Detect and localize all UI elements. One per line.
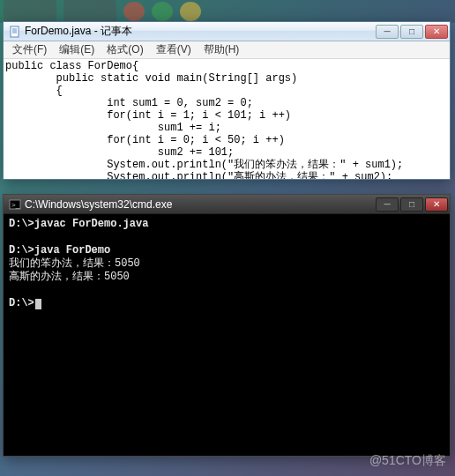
cmd-line: D:\>javac ForDemo.java <box>9 218 148 230</box>
cmd-cursor <box>35 299 41 309</box>
maximize-button[interactable]: □ <box>400 25 423 39</box>
taskbar-circle-icon[interactable] <box>180 2 201 21</box>
cmd-titlebar[interactable]: >_ C:\Windows\system32\cmd.exe ─ □ ✕ <box>4 195 450 214</box>
cmd-prompt: D:\> <box>9 297 34 309</box>
menu-format[interactable]: 格式(O) <box>101 41 148 59</box>
cmd-title: C:\Windows\system32\cmd.exe <box>25 198 376 211</box>
menu-edit[interactable]: 编辑(E) <box>54 41 100 59</box>
menu-view[interactable]: 查看(V) <box>151 41 197 59</box>
cmd-line: 我们的笨办法，结果：5050 <box>9 257 140 270</box>
notepad-icon <box>9 26 21 38</box>
taskbar-item[interactable] <box>4 0 56 23</box>
window-controls: ─ □ ✕ <box>376 197 448 212</box>
taskbar-circle-icon[interactable] <box>123 2 145 21</box>
minimize-button[interactable]: ─ <box>376 197 399 212</box>
menu-help[interactable]: 帮助(H) <box>198 41 245 59</box>
minimize-button[interactable]: ─ <box>376 25 399 39</box>
desktop-taskbar <box>0 0 455 23</box>
notepad-title: ForDemo.java - 记事本 <box>25 24 376 39</box>
cmd-line: D:\>java ForDemo <box>9 244 110 257</box>
notepad-menubar: 文件(F) 编辑(E) 格式(O) 查看(V) 帮助(H) <box>4 41 450 59</box>
close-button[interactable]: ✕ <box>425 197 448 212</box>
notepad-titlebar[interactable]: ForDemo.java - 记事本 ─ □ ✕ <box>4 22 450 41</box>
cmd-line: 高斯的办法，结果：5050 <box>9 271 130 283</box>
cmd-output[interactable]: D:\>javac ForDemo.java D:\>java ForDemo … <box>4 214 450 456</box>
close-button[interactable]: ✕ <box>425 25 448 39</box>
taskbar-circle-icon[interactable] <box>152 2 173 21</box>
notepad-window: ForDemo.java - 记事本 ─ □ ✕ 文件(F) 编辑(E) 格式(… <box>3 21 451 180</box>
notepad-editor[interactable]: public class ForDemo{ public static void… <box>4 59 450 179</box>
cmd-icon: >_ <box>9 198 21 211</box>
taskbar-item[interactable] <box>63 0 116 23</box>
window-controls: ─ □ ✕ <box>376 25 448 39</box>
svg-rect-0 <box>11 26 19 37</box>
svg-text:>_: >_ <box>11 201 20 209</box>
cmd-window: >_ C:\Windows\system32\cmd.exe ─ □ ✕ D:\… <box>3 194 451 457</box>
menu-file[interactable]: 文件(F) <box>7 41 52 59</box>
maximize-button[interactable]: □ <box>400 197 423 212</box>
